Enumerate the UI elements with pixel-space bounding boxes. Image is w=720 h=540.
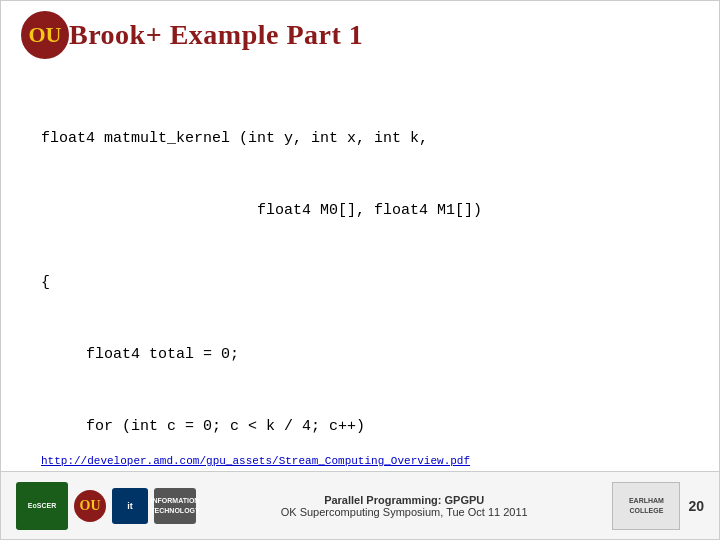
code-line-4: float4 total = 0; [41, 343, 679, 367]
code-content: float4 matmult_kernel (int y, int x, int… [1, 69, 719, 540]
it-logo: it [112, 488, 148, 524]
footer-center: Parallel Programming: GPGPU OK Supercomp… [196, 494, 612, 518]
slide-header: OU Brook+ Example Part 1 [1, 1, 719, 69]
code-line-1: float4 matmult_kernel (int y, int x, int… [41, 127, 679, 151]
footer-logos-left: EoSCER OU it INFORMATION TECHNOLOGY [16, 482, 196, 530]
footer-title: Parallel Programming: GPGPU [196, 494, 612, 506]
slide-title: Brook+ Example Part 1 [69, 19, 363, 51]
ou-logo-small: OU [74, 490, 106, 522]
slide: OU Brook+ Example Part 1 float4 matmult_… [0, 0, 720, 540]
footer-right: EARLHAMCOLLEGE 20 [612, 482, 704, 530]
code-line-5: for (int c = 0; c < k / 4; c++) [41, 415, 679, 439]
code-line-2: float4 M0[], float4 M1[]) [41, 199, 679, 223]
slide-footer: EoSCER OU it INFORMATION TECHNOLOGY Para… [1, 471, 719, 539]
earlham-logo: EARLHAMCOLLEGE [612, 482, 680, 530]
reference-link[interactable]: http://developer.amd.com/gpu_assets/Stre… [41, 455, 470, 467]
ou-logo: OU [21, 11, 69, 59]
code-line-3: { [41, 271, 679, 295]
eoscer-logo: EoSCER [16, 482, 68, 530]
footer-subtitle: OK Supercomputing Symposium, Tue Oct 11 … [196, 506, 612, 518]
info-tech-logo: INFORMATION TECHNOLOGY [154, 488, 196, 524]
page-number: 20 [688, 498, 704, 514]
